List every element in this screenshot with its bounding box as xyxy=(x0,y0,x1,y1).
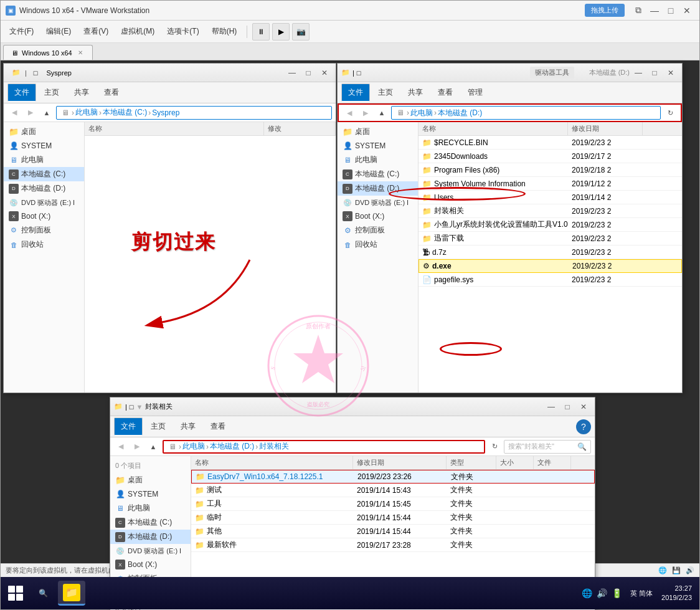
right-sidebar-d-drive[interactable]: D 本地磁盘 (D:) xyxy=(338,181,418,196)
right-file-pagefile[interactable]: 📄pagefile.sys 2019/2/23 2 xyxy=(419,273,682,287)
right-up-btn[interactable]: ▲ xyxy=(375,106,389,120)
upload-button[interactable]: 拖拽上传 xyxy=(585,4,625,17)
left-sidebar-recycle[interactable]: 🗑 回收站 xyxy=(4,237,84,252)
bottom-sidebar-dvd[interactable]: 💿 DVD 驱动器 (E:) I xyxy=(110,544,191,558)
taskbar-folder-item[interactable]: 📁 xyxy=(58,581,85,606)
bottom-file-temp[interactable]: 📁临时 2019/1/14 15:44 文件夹 xyxy=(191,511,595,525)
bottom-file-tools[interactable]: 📁工具 2019/1/14 15:45 文件夹 xyxy=(191,497,595,511)
right-refresh-btn[interactable]: ↻ xyxy=(663,106,677,120)
bottom-tab-view[interactable]: 查看 xyxy=(204,417,232,436)
left-sidebar-dvd[interactable]: 💿 DVD 驱动器 (E:) I xyxy=(4,196,84,209)
left-sidebar-c-drive[interactable]: C 本地磁盘 (C:) xyxy=(4,167,84,181)
left-path-sysprep[interactable]: Sysprep xyxy=(152,108,179,117)
bottom-tab-file[interactable]: 文件 xyxy=(114,417,143,436)
right-file-users[interactable]: 📁Users 2019/1/14 2 xyxy=(419,191,682,204)
left-close-btn[interactable]: ✕ xyxy=(317,67,332,79)
menu-edit[interactable]: 编辑(E) xyxy=(41,24,76,39)
network-tray-icon[interactable]: 🌐 xyxy=(580,587,593,599)
bottom-col-size[interactable]: 大小 xyxy=(496,456,534,469)
bottom-tab-share[interactable]: 共享 xyxy=(174,417,202,436)
bottom-refresh-btn[interactable]: ↻ xyxy=(488,440,501,454)
right-file-dexe[interactable]: ⚙d.exe 2019/2/23 2 xyxy=(419,259,682,273)
left-up-btn[interactable]: ▲ xyxy=(40,106,54,120)
right-tab-view[interactable]: 查看 xyxy=(431,83,460,102)
tab-close-button[interactable]: ✕ xyxy=(76,49,85,57)
right-file-d7z[interactable]: 🗜d.7z 2019/2/23 2 xyxy=(419,245,682,259)
bottom-col-date[interactable]: 修改日期 xyxy=(353,456,447,469)
taskbar-search-button[interactable]: 🔍 xyxy=(31,582,55,604)
bottom-address-path[interactable]: 🖥 › 此电脑 › 本地磁盘 (D:) › 封装相关 xyxy=(163,440,485,454)
left-sidebar-desktop[interactable]: 📁 桌面 xyxy=(4,125,84,139)
right-tab-home[interactable]: 主页 xyxy=(371,83,400,102)
bottom-minimize-btn[interactable]: — xyxy=(544,401,559,413)
bottom-col-file[interactable]: 文件 xyxy=(534,456,571,469)
maximize-button[interactable]: □ xyxy=(663,3,678,18)
left-maximize-btn[interactable]: □ xyxy=(301,67,316,79)
bottom-maximize-btn[interactable]: □ xyxy=(560,401,575,413)
volume-tray-icon[interactable]: 🔊 xyxy=(595,587,608,599)
right-file-xiaoyu[interactable]: 📁小鱼儿yr系统封装优化设置辅助工具V1.05.2 2019/2/23 2 xyxy=(419,218,682,232)
right-file-recycle[interactable]: 📁$RECYCLE.BIN 2019/2/23 2 xyxy=(419,136,682,150)
bottom-sidebar-d-drive[interactable]: D 本地磁盘 (D:) xyxy=(110,530,191,544)
right-tab-file[interactable]: 文件 xyxy=(341,83,370,102)
left-filelist[interactable]: 名称 修改 xyxy=(85,122,336,393)
snapshot-icon[interactable]: 📷 xyxy=(292,23,310,41)
bottom-search-box[interactable]: 搜索"封装相关" 🔍 xyxy=(504,440,591,454)
right-sidebar-system[interactable]: 👤 SYSTEM xyxy=(338,139,418,153)
left-sidebar-boot[interactable]: X Boot (X:) xyxy=(4,209,84,223)
left-minimize-btn[interactable]: — xyxy=(285,67,300,79)
right-sidebar-recycle[interactable]: 🗑 回收站 xyxy=(338,237,418,252)
right-col-name[interactable]: 名称 xyxy=(419,122,568,135)
bottom-file-easydrv[interactable]: 📁EasyDrv7_Win10.x64_7.18.1225.1 2019/2/2… xyxy=(191,470,595,484)
left-tab-share[interactable]: 共享 xyxy=(67,83,96,102)
bottom-sidebar-desktop[interactable]: 📁 桌面 xyxy=(110,473,191,487)
bottom-path-d[interactable]: 本地磁盘 (D:) xyxy=(210,441,254,452)
bottom-close-btn[interactable]: ✕ xyxy=(576,401,591,413)
bottom-sidebar-boot[interactable]: X Boot (X:) xyxy=(110,558,191,571)
left-sidebar-control[interactable]: ⚙ 控制面板 xyxy=(4,223,84,237)
left-tab-file[interactable]: 文件 xyxy=(7,83,36,102)
battery-tray-icon[interactable]: 🔋 xyxy=(610,587,623,599)
language-indicator[interactable]: 英 简体 xyxy=(627,589,656,598)
bottom-up-btn[interactable]: ▲ xyxy=(146,440,160,454)
help-circle-icon[interactable]: ? xyxy=(576,419,591,434)
play-icon[interactable]: ▶ xyxy=(272,23,290,41)
close-button[interactable]: ✕ xyxy=(679,3,694,18)
bottom-col-type[interactable]: 类型 xyxy=(447,456,496,469)
right-path-pc[interactable]: 此电脑 xyxy=(410,108,433,118)
left-sidebar-pc[interactable]: 🖥 此电脑 xyxy=(4,153,84,167)
taskbar-clock[interactable]: 23:27 2019/2/23 xyxy=(656,584,697,603)
bottom-sidebar-c-drive[interactable]: C 本地磁盘 (C:) xyxy=(110,515,191,530)
bottom-path-packaging[interactable]: 封装相关 xyxy=(259,441,289,452)
col-name[interactable]: 名称 xyxy=(85,122,264,135)
menu-view[interactable]: 查看(V) xyxy=(78,24,113,39)
right-sidebar-c-drive[interactable]: C 本地磁盘 (C:) xyxy=(338,167,418,181)
bottom-file-other[interactable]: 📁其他 2019/1/14 15:44 文件夹 xyxy=(191,525,595,538)
right-path-d[interactable]: 本地磁盘 (D:) xyxy=(438,108,482,118)
bottom-tab-home[interactable]: 主页 xyxy=(144,417,173,436)
right-col-date[interactable]: 修改日期 xyxy=(568,122,643,135)
vm-tab[interactable]: 🖥 Windows 10 x64 ✕ xyxy=(3,45,93,60)
bottom-path-pc[interactable]: 此电脑 xyxy=(182,441,205,452)
left-sidebar-system[interactable]: 👤 SYSTEM xyxy=(4,139,84,153)
bottom-back-btn[interactable]: ◀ xyxy=(114,440,128,454)
right-file-sysvolinfo[interactable]: 📁System Volume Information 2019/1/12 2 xyxy=(419,177,682,191)
right-file-packaging[interactable]: 📁封装相关 2019/2/23 2 xyxy=(419,204,682,218)
minimize-button[interactable]: — xyxy=(647,3,662,18)
left-forward-btn[interactable]: ▶ xyxy=(24,106,37,120)
right-filelist[interactable]: 名称 修改日期 📁$RECYCLE.BIN 2019/2/23 2 📁2345D… xyxy=(419,122,682,393)
bottom-forward-btn[interactable]: ▶ xyxy=(130,440,144,454)
right-forward-btn[interactable]: ▶ xyxy=(359,106,372,120)
right-sidebar-dvd[interactable]: 💿 DVD 驱动器 (E:) I xyxy=(338,196,418,209)
bottom-col-name[interactable]: 名称 xyxy=(191,456,353,469)
right-back-btn[interactable]: ◀ xyxy=(343,106,356,120)
right-maximize-btn[interactable]: □ xyxy=(647,67,662,79)
right-tab-manage[interactable]: 管理 xyxy=(461,83,490,102)
pause-icon[interactable]: ⏸ xyxy=(252,23,270,41)
right-file-2345[interactable]: 📁2345Downloads 2019/2/17 2 xyxy=(419,150,682,163)
menu-vm[interactable]: 虚拟机(M) xyxy=(116,24,159,39)
start-button[interactable] xyxy=(3,581,28,606)
right-minimize-btn[interactable]: — xyxy=(631,67,646,79)
left-address-path[interactable]: 🖥 › 此电脑 › 本地磁盘 (C:) › Sysprep xyxy=(56,106,332,120)
right-address-path[interactable]: 🖥 › 此电脑 › 本地磁盘 (D:) xyxy=(391,106,661,120)
